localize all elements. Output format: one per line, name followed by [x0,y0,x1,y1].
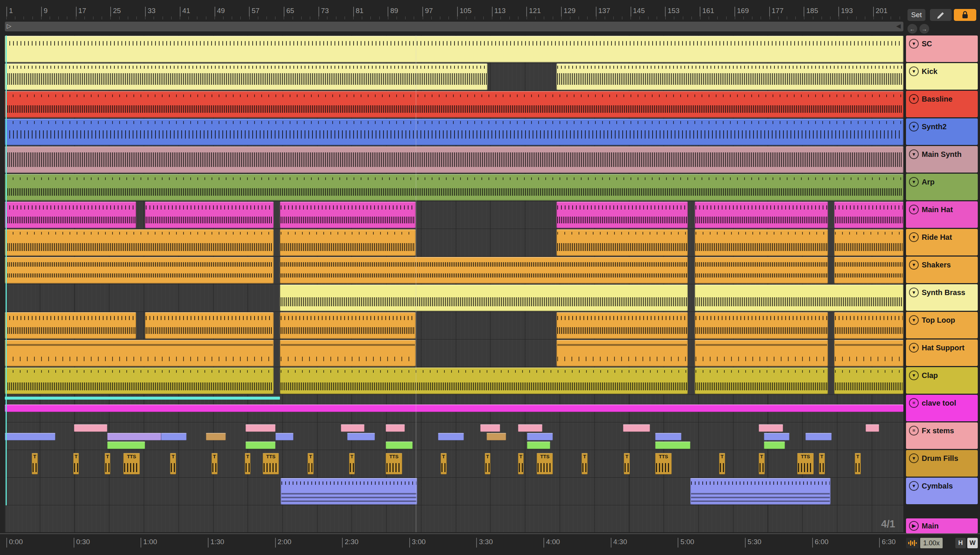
fx-clip[interactable] [527,441,550,449]
track-lane-kick[interactable] [5,63,903,90]
clip[interactable] [834,202,903,228]
track-lane-main-hat[interactable] [5,201,903,229]
track-header-synth-brass[interactable]: ▾Synth Brass [906,284,978,311]
playback-speed[interactable]: 1.00x [920,538,943,548]
track-header-fx-stems[interactable]: ≡Fx stems [906,422,978,449]
fold-icon[interactable]: ▾ [909,205,919,214]
clip[interactable] [695,367,828,394]
clip[interactable] [5,174,903,201]
clip[interactable] [5,36,903,63]
drum-fill-clip[interactable]: T [73,453,79,474]
fold-icon[interactable]: ▾ [909,122,919,132]
scroll-left-icon[interactable]: ◀ [896,22,901,29]
clip[interactable] [280,285,688,311]
fx-clip[interactable] [246,441,275,449]
fx-clip[interactable] [527,433,553,440]
track-lane-cymbals[interactable] [5,478,903,505]
clip[interactable] [280,367,688,394]
fold-icon[interactable]: ▾ [909,287,919,297]
track-header-drum-fills[interactable]: ▾Drum Fills [906,450,978,476]
drum-fill-clip[interactable]: T [819,453,825,474]
nav-left-button[interactable]: ← [908,24,917,34]
drum-fill-clip[interactable]: T [307,453,314,474]
track-header-ride-hat[interactable]: ▾Ride Hat [906,229,978,255]
track-lane-top-loop[interactable] [5,312,903,339]
clip[interactable] [5,119,903,145]
fx-clip[interactable] [805,433,832,440]
fx-clip[interactable] [759,424,783,432]
track-header-synth2[interactable]: ▾Synth2 [906,119,978,145]
play-icon[interactable]: ▶ [909,521,919,531]
clip[interactable] [695,257,828,284]
fx-clip[interactable] [275,433,293,440]
track-lane-clap[interactable] [5,367,903,395]
fx-clip[interactable] [341,424,364,432]
start-marker-icon[interactable]: ▷ [7,22,11,29]
track-lane-main-synth[interactable] [5,146,903,173]
height-zoom-button[interactable]: H [955,538,966,548]
clip[interactable] [5,340,274,366]
fx-clip[interactable] [487,433,507,440]
clip[interactable] [280,257,688,284]
clip[interactable] [5,202,136,228]
drum-fill-clip[interactable]: T [170,453,176,474]
set-button[interactable]: Set [908,9,925,21]
nav-right-button[interactable]: → [919,24,929,34]
group-icon[interactable]: ≡ [909,426,919,435]
drum-fill-clip[interactable]: T [518,453,524,474]
drum-fill-clip[interactable]: TTS [797,453,813,474]
fold-icon[interactable]: ▾ [909,343,919,353]
fx-clip[interactable] [480,424,500,432]
clip[interactable] [557,64,903,90]
fx-clip[interactable] [347,433,375,440]
drum-fill-clip[interactable]: TTS [123,453,139,474]
track-lane-fx-stems[interactable] [5,422,903,450]
fx-clip[interactable] [518,424,542,432]
clip[interactable] [557,312,688,339]
track-header-kick[interactable]: ▾Kick [906,63,978,90]
track-lane-sc[interactable] [5,35,903,63]
track-header-top-loop[interactable]: ▾Top Loop [906,312,978,338]
drum-fill-clip[interactable]: T [624,453,630,474]
track-lane-drum-fills[interactable]: TTTTTSTTTTTSTTTTSTTTTTSTTTTSTTTTSTT [5,450,903,477]
track-header-main-hat[interactable]: ▾Main Hat [906,201,978,228]
empty-lane[interactable]: 4/1 [5,505,903,532]
drum-fill-clip[interactable]: T [485,453,491,474]
drum-fill-clip[interactable]: T [349,453,355,474]
track-header-main-synth[interactable]: ▾Main Synth [906,146,978,173]
clip[interactable] [695,312,828,339]
fx-clip[interactable] [386,441,413,449]
clip[interactable] [280,312,416,339]
clip[interactable] [5,91,903,118]
fold-icon[interactable]: ▾ [909,94,919,104]
group-icon[interactable]: ≡ [909,398,919,408]
track-header-sc[interactable]: ▾SC [906,35,978,62]
track-header-arp[interactable]: ▾Arp [906,174,978,200]
clip[interactable] [5,64,488,90]
clip[interactable] [834,367,903,394]
track-lane-synth2[interactable] [5,119,903,146]
clip[interactable] [280,340,416,366]
clip[interactable] [557,202,688,228]
clip[interactable] [695,229,828,256]
bar-ruler[interactable]: 1917253341495765738189971051131211291371… [5,5,903,20]
width-zoom-button[interactable]: W [967,538,978,548]
drum-fill-clip[interactable]: T [105,453,111,474]
track-lane-arp[interactable] [5,174,903,201]
fx-clip[interactable] [161,433,186,440]
fx-clip[interactable] [246,424,275,432]
fold-icon[interactable]: ▾ [909,371,919,380]
fx-clip[interactable] [386,424,404,432]
fold-icon[interactable]: ▾ [909,66,919,76]
clip[interactable] [834,340,903,366]
fx-clip[interactable] [623,424,650,432]
clip[interactable] [557,229,688,256]
drum-fill-clip[interactable]: T [441,453,447,474]
track-header-clave-tool[interactable]: ≡clave tool [906,395,978,421]
fx-clip[interactable] [107,441,145,449]
clip[interactable] [280,229,416,256]
fx-clip[interactable] [655,441,690,449]
lock-button[interactable] [954,9,976,21]
clip[interactable] [695,340,828,366]
drum-fill-clip[interactable]: T [855,453,861,474]
